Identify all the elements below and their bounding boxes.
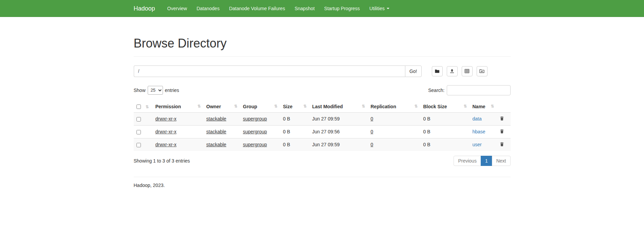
show-entries-control: Show 25 entries: [134, 86, 179, 95]
page-size-select[interactable]: 25: [148, 86, 163, 95]
permission-cell[interactable]: drwxr-xr-x: [155, 142, 177, 147]
pagination: Previous 1 Next: [454, 156, 510, 166]
trash-icon: [500, 142, 504, 147]
table-row: drwxr-xr-x stackable supergroup 0 B Jun …: [134, 125, 511, 138]
header-block-size[interactable]: Block Size⇅: [421, 101, 470, 113]
sort-icon: ⇅: [491, 104, 494, 109]
table-footer: Showing 1 to 3 of 3 entries Previous 1 N…: [134, 156, 511, 166]
permission-cell[interactable]: drwxr-xr-x: [155, 116, 177, 121]
directory-link[interactable]: hbase: [473, 129, 485, 134]
delete-button[interactable]: [500, 116, 504, 121]
pagination-next[interactable]: Next: [492, 156, 511, 166]
owner-cell[interactable]: stackable: [206, 142, 226, 147]
header-size[interactable]: Size⇅: [280, 101, 310, 113]
page-title: Browse Directory: [134, 37, 511, 50]
caret-down-icon: [387, 8, 389, 9]
replication-cell[interactable]: 0: [371, 129, 373, 134]
upload-file-button[interactable]: [447, 66, 458, 76]
toolbar-icon-buttons: [432, 66, 487, 76]
directory-link[interactable]: user: [473, 142, 482, 147]
navbar-brand[interactable]: Hadoop: [134, 0, 163, 17]
nav-utilities-dropdown[interactable]: Utilities: [365, 0, 394, 17]
path-toolbar: Go!: [134, 65, 511, 77]
go-button[interactable]: Go!: [405, 65, 422, 77]
search-label: Search:: [428, 88, 444, 93]
entries-summary: Showing 1 to 3 of 3 entries: [134, 158, 190, 164]
show-label: Show: [134, 88, 146, 93]
footer-text: Hadoop, 2023.: [134, 183, 511, 188]
sort-icon: ⇅: [145, 105, 149, 109]
header-last-modified[interactable]: Last Modified⇅: [310, 101, 368, 113]
size-cell: 0 B: [280, 125, 310, 138]
table-row: drwxr-xr-x stackable supergroup 0 B Jun …: [134, 138, 511, 151]
table-header-row: ⇅ Permission⇅ Owner⇅ Group⇅ Size⇅ Last M…: [134, 101, 511, 113]
page-header: Browse Directory: [134, 37, 511, 57]
nav-items: Overview Datanodes Datanode Volume Failu…: [163, 0, 394, 17]
navbar: Hadoop Overview Datanodes Datanode Volum…: [0, 0, 644, 17]
header-owner[interactable]: Owner⇅: [204, 101, 240, 113]
folder-icon: [435, 69, 440, 74]
trash-icon: [500, 129, 504, 134]
header-name[interactable]: Name⇅: [470, 101, 497, 113]
last-modified-cell: Jun 27 09:59: [310, 138, 368, 151]
row-checkbox[interactable]: [136, 143, 141, 147]
upload-icon: [449, 69, 455, 74]
nav-overview[interactable]: Overview: [163, 0, 192, 17]
header-actions: [497, 101, 511, 113]
nav-startup-progress[interactable]: Startup Progress: [319, 0, 365, 17]
pagination-previous[interactable]: Previous: [454, 156, 481, 166]
group-cell[interactable]: supergroup: [243, 142, 267, 147]
nav-snapshot[interactable]: Snapshot: [290, 0, 319, 17]
path-input-group: Go!: [134, 65, 422, 77]
sort-icon: ⇅: [234, 104, 237, 109]
block-size-cell: 0 B: [421, 112, 470, 125]
directory-table: ⇅ Permission⇅ Owner⇅ Group⇅ Size⇅ Last M…: [134, 101, 511, 151]
group-cell[interactable]: supergroup: [243, 129, 267, 134]
trash-icon: [500, 116, 504, 121]
footer-divider: [134, 177, 511, 177]
row-checkbox[interactable]: [136, 130, 141, 134]
search-control: Search:: [428, 85, 510, 95]
move-to-button[interactable]: [477, 66, 487, 76]
sort-icon: ⇅: [362, 104, 365, 109]
concat-files-button[interactable]: [462, 66, 473, 76]
size-cell: 0 B: [280, 138, 310, 151]
header-select-all[interactable]: ⇅: [134, 101, 153, 113]
sort-icon: ⇅: [463, 104, 467, 109]
table-row: drwxr-xr-x stackable supergroup 0 B Jun …: [134, 112, 511, 125]
path-input[interactable]: [134, 65, 405, 77]
header-group[interactable]: Group⇅: [240, 101, 280, 113]
replication-cell[interactable]: 0: [371, 116, 373, 121]
directory-link[interactable]: data: [473, 116, 482, 121]
search-input[interactable]: [447, 85, 511, 95]
folder-move-icon: [479, 69, 484, 74]
row-checkbox[interactable]: [136, 117, 141, 121]
owner-cell[interactable]: stackable: [206, 116, 226, 121]
delete-button[interactable]: [500, 129, 504, 134]
header-replication[interactable]: Replication⇅: [368, 101, 421, 113]
table-controls: Show 25 entries Search:: [134, 85, 511, 95]
owner-cell[interactable]: stackable: [206, 129, 226, 134]
pagination-page-1[interactable]: 1: [481, 156, 492, 166]
sort-icon: ⇅: [197, 104, 201, 109]
last-modified-cell: Jun 27 09:56: [310, 125, 368, 138]
nav-datanode-volume-failures[interactable]: Datanode Volume Failures: [224, 0, 290, 17]
delete-button[interactable]: [500, 142, 504, 147]
create-directory-button[interactable]: [432, 66, 443, 76]
size-cell: 0 B: [280, 112, 310, 125]
permission-cell[interactable]: drwxr-xr-x: [155, 129, 177, 134]
sort-icon: ⇅: [414, 104, 418, 109]
last-modified-cell: Jun 27 09:59: [310, 112, 368, 125]
block-size-cell: 0 B: [421, 138, 470, 151]
group-cell[interactable]: supergroup: [243, 116, 267, 121]
nav-datanodes[interactable]: Datanodes: [192, 0, 224, 17]
sort-icon: ⇅: [303, 104, 307, 109]
sort-icon: ⇅: [274, 104, 277, 109]
table-icon: [464, 69, 470, 74]
entries-label: entries: [165, 88, 179, 93]
block-size-cell: 0 B: [421, 125, 470, 138]
header-permission[interactable]: Permission⇅: [153, 101, 204, 113]
replication-cell[interactable]: 0: [371, 142, 373, 147]
select-all-checkbox[interactable]: [136, 105, 141, 109]
